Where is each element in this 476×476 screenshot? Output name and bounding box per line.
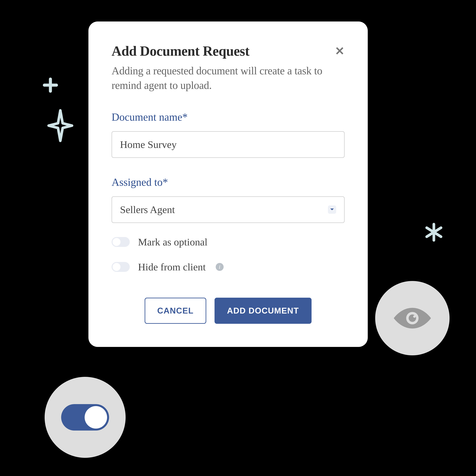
sparkle-icon [46,107,74,144]
add-document-modal: Add Document Request ✕ Adding a requeste… [88,21,368,347]
assigned-to-label: Assigned to* [112,176,345,188]
hide-from-client-toggle[interactable] [112,262,130,272]
hide-from-client-label: Hide from client [138,261,206,273]
svg-point-7 [413,315,416,318]
mark-optional-toggle[interactable] [112,237,130,247]
mark-optional-label: Mark as optional [138,236,207,248]
eye-icon [392,305,433,331]
toggle-on-icon [61,404,109,431]
plus-icon [41,76,59,95]
close-icon[interactable]: ✕ [335,44,345,58]
asterisk-icon [423,221,445,244]
modal-description: Adding a requested document will create … [112,64,345,93]
chevron-down-icon [328,205,336,214]
assigned-to-select[interactable]: Sellers Agent [112,196,345,223]
cancel-button[interactable]: CANCEL [145,298,206,324]
add-document-button[interactable]: ADD DOCUMENT [215,298,312,324]
decorative-toggle-badge [45,377,126,458]
modal-title: Add Document Request [112,43,249,59]
document-name-label: Document name* [112,111,345,123]
document-name-input[interactable] [112,131,345,158]
assigned-to-value: Sellers Agent [120,204,175,216]
info-icon[interactable]: i [216,263,224,271]
decorative-eye-badge [375,281,450,355]
